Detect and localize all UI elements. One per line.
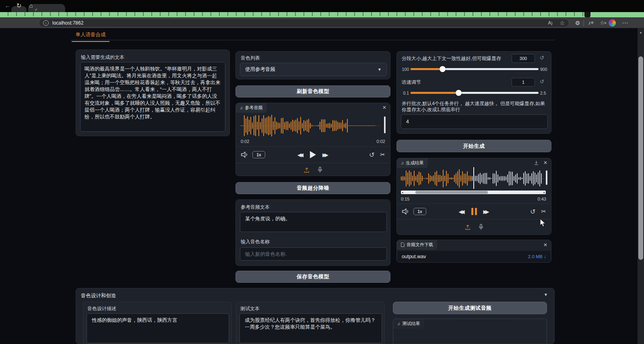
- result-audio-title: 生成结果: [406, 160, 424, 166]
- refresh-icon[interactable]: ↻: [14, 0, 23, 11]
- speech-rate-slider-handle[interactable]: [456, 90, 462, 96]
- batch-label: 并行批次,默认4个任务并行， 越大速度越快， 但是可能爆显存,如果你显存太小,改…: [402, 101, 546, 113]
- time-elapsed: 0:15: [401, 197, 409, 201]
- voice-list-selected: 使用参考音频: [245, 66, 275, 73]
- scroll-right-icon[interactable]: ▸: [543, 191, 545, 194]
- music-note-icon: ♫: [397, 321, 400, 326]
- result-audio-chip: ♫ 生成结果: [397, 158, 428, 168]
- waveform-h-scrollbar[interactable]: ◂ ▸: [401, 191, 546, 194]
- pause-button[interactable]: [471, 208, 477, 215]
- scroll-up-icon[interactable]: ▲: [638, 31, 643, 34]
- accordion-header[interactable]: 音色设计和创造 ▼: [76, 288, 554, 300]
- chevron-down-icon: ▼: [378, 67, 382, 72]
- collections-icon[interactable]: ☆≡: [598, 17, 608, 28]
- voice-name-label: 输入音色名称: [241, 238, 270, 245]
- test-text-area[interactable]: 成为股票经纪人有两个诀窍，首先你得放松，你撸管儿吗？一周多少次？您这频率只能算是…: [239, 313, 382, 343]
- input-text-area[interactable]: 喝酒的最高境界是一个人独斟独饮。“举杯邀明月，对影成三人”是上乘的喝法。将月光装…: [80, 62, 225, 132]
- reset-icon[interactable]: ↺: [540, 55, 544, 61]
- browser-titlebar: [0, 0, 644, 12]
- microphone-icon[interactable]: [317, 166, 323, 173]
- site-info-icon[interactable]: i: [43, 20, 49, 26]
- segment-min: 100: [399, 67, 409, 72]
- file-download-chip: 音频文件下载: [397, 240, 437, 250]
- speech-rate-value[interactable]: [512, 78, 535, 87]
- file-download-panel: 音频文件下载 ✕ output.wav 2.0 MB ↓: [396, 240, 551, 263]
- undo-trim-icon[interactable]: ↺: [530, 208, 535, 216]
- upload-icon[interactable]: [303, 167, 310, 173]
- voice-list-label: 音色列表: [241, 55, 260, 62]
- time-elapsed: 0:02: [241, 139, 249, 144]
- audio-controls: 1x ◀◀ ▶▶ ↺ ✂: [397, 204, 551, 219]
- read-aloud-icon[interactable]: A): [548, 20, 552, 26]
- reference-audio-player: ♫ 参考音频 ✕ 0:02 0:02 1x ◀◀ ▶▶ ↺ ✂: [235, 103, 390, 176]
- voice-design-accordion: 音色设计和创造 ▼ 音色设计描述 性感的御姐的声音，陕西话，陕西方言 测试文本 …: [76, 288, 555, 344]
- waveform[interactable]: [241, 114, 381, 137]
- address-bar[interactable]: i localhost:7862 A) ☆: [39, 19, 569, 27]
- green-strip-ticks: [0, 12, 584, 16]
- close-icon[interactable]: ✕: [543, 160, 547, 165]
- file-download-title: 音频文件下载: [407, 242, 433, 248]
- test-text-panel: 测试文本 成为股票经纪人有两个诀窍，首先你得放松，你撸管儿吗？一周多少次？您这频…: [236, 302, 385, 344]
- voice-design-desc-label: 音色设计描述: [87, 305, 116, 312]
- segment-slider-fill: [411, 68, 443, 70]
- close-icon[interactable]: ✕: [382, 105, 386, 110]
- back-icon[interactable]: ←: [3, 0, 12, 11]
- scroll-left-icon[interactable]: ◂: [402, 191, 403, 194]
- reference-text-area[interactable]: 某个角度说，的确。: [240, 212, 387, 232]
- input-text-panel: 输入需要生成的文本 喝酒的最高境界是一个人独斟独饮。“举杯邀明月，对影成三人”是…: [76, 50, 230, 136]
- file-icon: [401, 242, 405, 247]
- speech-rate-max: 2.5: [540, 91, 546, 95]
- rewind-icon[interactable]: ◀◀: [297, 152, 303, 158]
- home-icon[interactable]: ⌂: [27, 0, 35, 11]
- waveform-zoom-scrollbar[interactable]: [546, 170, 547, 185]
- download-icon[interactable]: [534, 160, 539, 166]
- accordion-title: 音色设计和创造: [81, 292, 116, 299]
- play-button[interactable]: [310, 151, 316, 158]
- save-voice-model-button[interactable]: 保存音色模型: [235, 271, 390, 283]
- segment-slider-handle[interactable]: [440, 66, 446, 72]
- playhead-cursor[interactable]: [473, 167, 474, 189]
- voice-design-desc-area[interactable]: 性感的御姐的声音，陕西话，陕西方言: [87, 313, 229, 343]
- batch-input[interactable]: [401, 114, 548, 129]
- upload-icon[interactable]: [464, 224, 471, 230]
- tabnav-divider: [70, 40, 555, 40]
- speech-rate-slider-fill: [411, 92, 458, 94]
- profile-avatar[interactable]: [609, 17, 616, 28]
- close-icon[interactable]: ✕: [543, 242, 547, 247]
- trim-icon[interactable]: ✂: [380, 151, 385, 158]
- more-menu-icon[interactable]: ⋯: [621, 17, 630, 28]
- h-scrollbar-thumb[interactable]: [415, 191, 488, 194]
- rewind-icon[interactable]: ◀◀: [459, 209, 465, 215]
- microphone-icon[interactable]: [478, 224, 484, 230]
- voice-design-desc-panel: 音色设计描述 性感的御姐的声音，陕西话，陕西方言: [83, 302, 232, 344]
- browser-essentials-icon[interactable]: ⚙: [573, 17, 582, 28]
- refresh-voice-model-button[interactable]: 刷新音色模型: [235, 85, 390, 97]
- url-text: localhost:7862: [52, 20, 83, 26]
- test-result-audio: ♫ 测试结果: [393, 319, 547, 344]
- start-test-audio-button[interactable]: 开始生成测试音频: [393, 302, 547, 314]
- speech-rate-slider-track[interactable]: [411, 92, 539, 94]
- test-text-label: 测试文本: [240, 305, 260, 312]
- reference-text-label: 参考音频文本: [241, 204, 270, 211]
- media-extension-icon[interactable]: ♪⚙: [586, 17, 596, 28]
- segment-slider-track[interactable]: [411, 68, 539, 70]
- waveform-zoom-scrollbar[interactable]: [384, 116, 386, 133]
- reference-text-panel: 参考音频文本 某个角度说，的确。 输入音色名称: [235, 199, 390, 266]
- trim-icon[interactable]: ✂: [541, 208, 546, 215]
- fast-forward-icon[interactable]: ▶▶: [322, 152, 328, 158]
- reference-audio-title: 参考音频: [245, 105, 263, 111]
- denoise-button[interactable]: 音频超分降噪: [235, 182, 390, 194]
- undo-trim-icon[interactable]: ↺: [369, 151, 374, 159]
- file-download-link[interactable]: 2.0 MB ↓: [528, 254, 546, 259]
- fast-forward-icon[interactable]: ▶▶: [483, 209, 489, 215]
- segment-size-value[interactable]: [512, 54, 535, 63]
- voice-name-input[interactable]: [240, 247, 387, 261]
- favorite-star-icon[interactable]: ☆: [559, 20, 565, 26]
- input-text-label: 输入需要生成的文本: [81, 54, 124, 61]
- start-generate-button[interactable]: 开始生成: [396, 140, 551, 152]
- music-note-icon: ♫: [401, 161, 404, 165]
- page-scrollbar-thumb[interactable]: [638, 56, 643, 260]
- voice-list-dropdown[interactable]: 使用参考音频 ▼: [240, 63, 387, 76]
- tab-single-voice-synthesis[interactable]: 单人语音合成: [72, 31, 109, 42]
- reset-icon[interactable]: ↺: [540, 79, 544, 85]
